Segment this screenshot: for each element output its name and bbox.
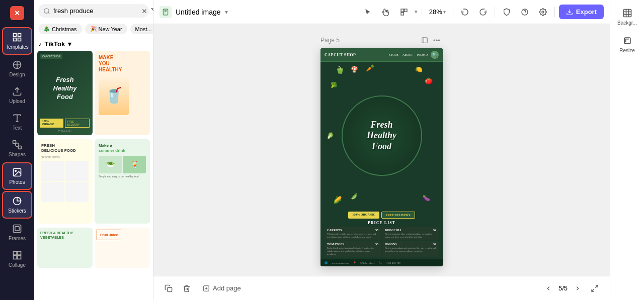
canvas-area: Page 5 ••• CAPCUT SHOP STOR [153, 24, 610, 276]
templates-panel: 🎄 🎄 Christmas Christmas 🎉 New Year Most.… [34, 0, 153, 300]
sidebar-item-upload[interactable]: Upload [2, 82, 32, 108]
undo-btn[interactable] [457, 5, 472, 20]
top-bar: Untitled image ▾ ▾ [153, 0, 610, 24]
veggie-pea: 🫛 [351, 193, 358, 199]
poster-nav-about: ABOUT [403, 53, 413, 56]
divider-1 [422, 7, 422, 17]
template-card-1[interactable]: CAPCUT SHOP FreshHealthyFood 100% ORGANI… [37, 51, 93, 135]
poster-title-line2: Healthy [367, 130, 396, 141]
frames-icon [12, 224, 22, 234]
price-list-title: PRICE LIST [325, 221, 439, 225]
document-title[interactable]: Untitled image [176, 8, 221, 16]
redo-btn[interactable] [475, 5, 491, 20]
photos-label: Photos [9, 179, 25, 185]
veggie-carrot: 🥕 [366, 64, 374, 72]
poster-nav-brand: CAPCUT SHOP [325, 53, 356, 57]
section-header-tiktok[interactable]: ♪ TikTok ▾ [34, 38, 153, 51]
bottom-bar: Add page 5/5 [153, 276, 610, 300]
hand-tool-btn[interactable] [378, 5, 393, 20]
sidebar-item-stickers[interactable]: Stickers [2, 191, 32, 219]
poster-price-section: PRICE LIST CARROTS $5 Vibrant and versat… [320, 221, 443, 259]
prev-page-btn[interactable] [542, 282, 554, 294]
document-title-caret[interactable]: ▾ [225, 9, 228, 16]
view-toggle-btn[interactable] [396, 5, 412, 20]
upload-label: Upload [9, 98, 25, 104]
tag-christmas[interactable]: 🎄 🎄 Christmas Christmas [38, 24, 82, 34]
duplicate-icon [165, 284, 173, 292]
add-page-btn[interactable]: Add page [198, 281, 246, 295]
left-sidebar: ✕ Templates Design Upload Text Shapes [0, 0, 34, 300]
sidebar-item-design[interactable]: Design [2, 56, 32, 81]
background-icon [622, 8, 632, 18]
sidebar-item-frames[interactable]: Frames [2, 220, 32, 245]
template-card-5[interactable]: FRESH & HEALTHYVEGETABLES [37, 228, 93, 268]
sidebar-item-photos[interactable]: Photos [2, 162, 32, 190]
sidebar-item-shapes[interactable]: Shapes [2, 136, 32, 161]
expand-icon [591, 284, 599, 292]
template-card-2[interactable]: MAKEYOUHEALTHY 🥤 [95, 51, 150, 135]
photos-icon [12, 167, 22, 177]
logo-button[interactable]: ✕ [8, 4, 26, 22]
search-input[interactable] [53, 7, 138, 15]
poster-footer: 🌐 www.capcut.com 📍 123 Anywhere 📞 +123-4… [320, 259, 443, 266]
delete-page-btn[interactable] [180, 281, 194, 295]
poster-content: CAPCUT SHOP STORE ABOUT PROMO 🔍 🫑 🍄 [320, 48, 443, 266]
stickers-icon [12, 196, 22, 206]
divider-4 [554, 7, 555, 17]
veggie-tomato: 🍅 [425, 77, 433, 85]
template-card-6[interactable]: Fruit Juice [95, 228, 150, 268]
templates-icon [12, 32, 22, 42]
right-panel-background[interactable]: Backgr... [613, 4, 641, 30]
svg-rect-37 [168, 287, 172, 292]
export-button[interactable]: Export [559, 5, 604, 19]
poster-nav-search: 🔍 [431, 51, 439, 59]
tag-most[interactable]: Most... [130, 24, 153, 34]
template-card-3[interactable]: FRESHDELICIOUS FOOD SPECIAL FOOD ➤ [37, 139, 93, 224]
svg-rect-28 [401, 9, 404, 12]
help-btn[interactable] [517, 5, 532, 20]
svg-line-42 [592, 289, 594, 291]
poster-footer-address: 123 Anywhere [360, 262, 375, 264]
shield-btn[interactable] [499, 5, 514, 20]
expand-canvas-btn[interactable] [588, 281, 602, 295]
search-icon [43, 8, 50, 15]
next-page-btn[interactable] [572, 282, 584, 294]
view-icon [400, 8, 408, 16]
page-nav: 5/5 [542, 282, 584, 294]
platform-label: TikTok [45, 40, 65, 48]
shapes-label: Shapes [9, 152, 26, 157]
svg-line-41 [595, 285, 598, 288]
page-more-btn[interactable]: ••• [431, 34, 443, 46]
sidebar-item-templates[interactable]: Templates [2, 27, 32, 55]
svg-rect-30 [401, 12, 404, 15]
veggie-mushroom: 🍄 [351, 66, 358, 73]
poster-circle-area: 🫑 🍄 🥕 🍋 🍅 🍆 🌽 🥬 🥦 🫛 Fresh [320, 62, 443, 210]
page-thumbnail-btn[interactable] [419, 34, 431, 46]
logo-icon: ✕ [10, 6, 24, 20]
pointer-tool-btn[interactable] [360, 5, 375, 20]
svg-rect-9 [13, 141, 16, 144]
poster-title: Fresh Healthy Food [367, 120, 396, 152]
settings-btn[interactable] [535, 5, 550, 20]
poster-title-line1: Fresh [367, 120, 396, 131]
veggie-pepper: 🫑 [336, 66, 344, 74]
poster-badges: 100% ORGANIC FREE DELIVERY [320, 210, 443, 221]
svg-rect-3 [18, 38, 21, 41]
hand-icon [382, 8, 390, 16]
zoom-control[interactable]: 28% ▾ [426, 6, 449, 18]
search-bar-container [38, 4, 149, 18]
poster-nav-store: STORE [389, 53, 398, 56]
svg-rect-19 [18, 256, 21, 259]
template-card-4[interactable]: Make asummer drink 🥗 🍹 Simple and easy t… [95, 139, 150, 224]
canvas-poster[interactable]: CAPCUT SHOP STORE ABOUT PROMO 🔍 🫑 🍄 [320, 48, 443, 266]
clear-search-icon[interactable] [141, 8, 148, 15]
poster-nav-promo: PROMO [417, 53, 428, 56]
right-panel-resize[interactable]: Resize [613, 32, 641, 57]
duplicate-page-btn[interactable] [162, 281, 176, 295]
zoom-value: 28% [429, 8, 442, 16]
text-icon [12, 113, 22, 123]
sidebar-item-text[interactable]: Text [2, 109, 32, 135]
tag-new-year[interactable]: 🎉 New Year [85, 24, 127, 34]
sidebar-item-collage[interactable]: Collage [2, 246, 32, 272]
poster-nav: CAPCUT SHOP STORE ABOUT PROMO 🔍 [320, 48, 443, 62]
